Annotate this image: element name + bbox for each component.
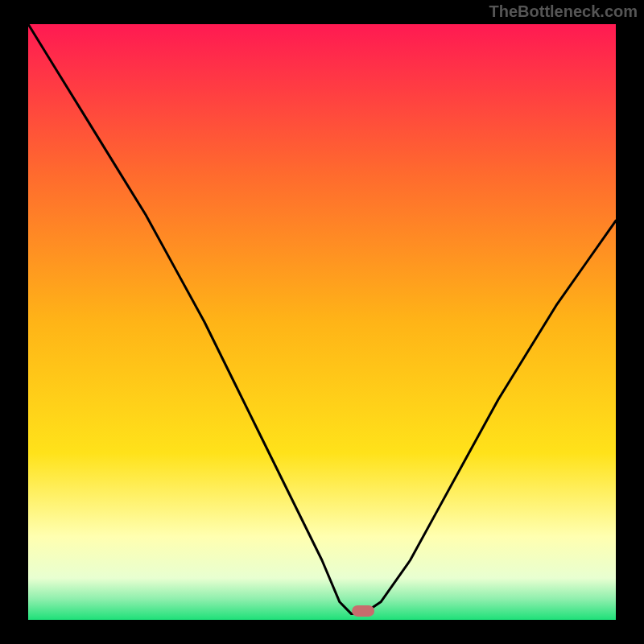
svg-rect-1 [352, 605, 374, 617]
plot-area [28, 24, 616, 620]
watermark-text: TheBottleneck.com [489, 2, 638, 21]
chart-container: TheBottleneck.com [0, 0, 644, 644]
svg-rect-0 [28, 24, 616, 620]
chart-svg [28, 24, 616, 620]
